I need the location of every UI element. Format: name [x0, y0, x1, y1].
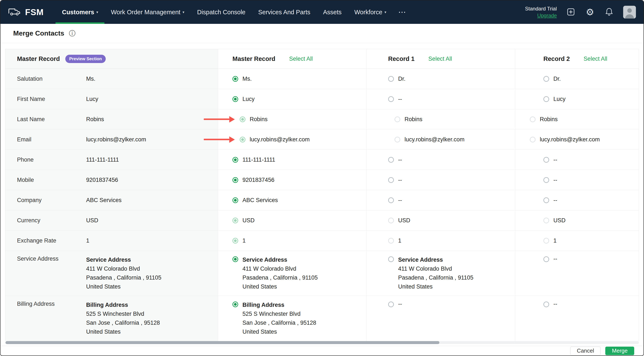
quick-create-icon: [566, 8, 575, 17]
record2-value: --: [554, 197, 557, 204]
preview-value: Service Address 411 W Colorado Blvd Pasa…: [86, 256, 162, 291]
record1-value: 1: [398, 237, 401, 244]
select-all-master[interactable]: Select All: [289, 56, 313, 62]
notifications-button[interactable]: [604, 7, 614, 17]
radio-record2-currency[interactable]: [544, 218, 549, 223]
settings-button[interactable]: ⚙: [585, 7, 595, 17]
master-value: 9201837456: [242, 177, 274, 183]
radio-master-first-name[interactable]: [232, 96, 238, 102]
info-icon[interactable]: ⓘ: [69, 30, 76, 37]
radio-master-currency[interactable]: [232, 218, 238, 223]
highlight-arrow: [204, 139, 229, 140]
preview-cell: Billing Address Billing Address 525 S Wi…: [5, 296, 218, 341]
field-label: Currency: [17, 217, 86, 224]
preview-value: 111-111-1111: [86, 156, 119, 163]
address-line: United States: [86, 327, 160, 336]
cancel-button[interactable]: Cancel: [570, 347, 600, 355]
record1-cell: lucy.robins@zylker.com: [366, 129, 515, 149]
app-brand[interactable]: FSM: [8, 7, 44, 17]
radio-master-phone[interactable]: [232, 157, 238, 163]
record2-value: lucy.robins@zylker.com: [540, 136, 600, 143]
record2-cell: --: [515, 150, 639, 170]
record2-cell: --: [515, 251, 639, 296]
nav-item-work-order-management[interactable]: Work Order Management ▾: [104, 1, 190, 24]
footer-bar: Cancel Merge: [0, 346, 644, 355]
radio-record1-billing-address[interactable]: [388, 301, 394, 307]
nav-item-customers[interactable]: Customers ▾: [56, 1, 104, 24]
radio-record2-email[interactable]: [530, 137, 536, 142]
radio-record1-service-address[interactable]: [388, 256, 394, 262]
merge-button[interactable]: Merge: [605, 347, 634, 355]
radio-master-email[interactable]: [240, 137, 246, 142]
master-value: Billing Address 525 S Winchester Blvd Sa…: [242, 301, 316, 336]
radio-record2-phone[interactable]: [544, 157, 549, 163]
record2-cell: --: [515, 190, 639, 210]
select-all-record1[interactable]: Select All: [428, 56, 452, 62]
radio-record1-first-name[interactable]: [388, 96, 394, 102]
radio-record2-mobile[interactable]: [544, 177, 549, 183]
user-avatar[interactable]: [623, 6, 636, 19]
nav-item-label: Customers: [62, 9, 94, 16]
record2-value: USD: [554, 217, 566, 224]
nav-item-workforce[interactable]: Workforce ▾: [348, 1, 392, 24]
master-cell: Billing Address 525 S Winchester Blvd Sa…: [218, 296, 366, 341]
radio-master-salutation[interactable]: [232, 76, 238, 82]
record2-cell: --: [515, 170, 639, 190]
record1-cell: --: [366, 89, 515, 109]
radio-record1-currency[interactable]: [388, 218, 394, 223]
radio-record1-mobile[interactable]: [388, 177, 394, 183]
merge-table: Master Record Preview Section Master Rec…: [5, 49, 639, 341]
master-value: 111-111-1111: [242, 156, 275, 163]
preview-cell: Service Address Service Address 411 W Co…: [5, 251, 218, 296]
nav-item-label: Services And Parts: [258, 9, 310, 16]
address-line: United States: [242, 327, 316, 336]
record1-value: --: [398, 96, 402, 102]
record1-value: --: [398, 177, 402, 183]
radio-record2-company[interactable]: [544, 197, 549, 203]
radio-master-company[interactable]: [232, 197, 238, 203]
radio-record2-first-name[interactable]: [544, 96, 549, 102]
nav-item-services-and-parts[interactable]: Services And Parts: [252, 1, 317, 24]
nav-item-dispatch-console[interactable]: Dispatch Console: [191, 1, 252, 24]
field-label: Last Name: [17, 116, 86, 123]
nav-item-label: Assets: [323, 9, 342, 16]
radio-master-service-address[interactable]: [232, 256, 238, 262]
master-cell: Lucy: [218, 89, 366, 109]
radio-master-exchange-rate[interactable]: [232, 238, 238, 244]
trial-info: Standard Trial Upgrade: [525, 5, 557, 19]
select-all-record2[interactable]: Select All: [584, 56, 607, 62]
radio-record2-last-name[interactable]: [530, 116, 536, 122]
master-value: 1: [242, 237, 246, 244]
nav-item-assets[interactable]: Assets: [317, 1, 348, 24]
radio-record1-salutation[interactable]: [388, 76, 394, 82]
record1-cell: Dr.: [366, 69, 515, 89]
quick-create-button[interactable]: [566, 7, 576, 17]
radio-record2-service-address[interactable]: [544, 256, 549, 262]
radio-record1-last-name[interactable]: [394, 116, 400, 122]
record2-value: --: [554, 301, 557, 307]
nav-more-button[interactable]: ⋯: [392, 1, 412, 24]
address-line: 411 W Colorado Blvd: [242, 264, 318, 273]
field-label: Billing Address: [17, 301, 86, 307]
radio-record2-exchange-rate[interactable]: [544, 238, 549, 244]
master-value: Ms.: [242, 76, 252, 82]
upgrade-link[interactable]: Upgrade: [537, 12, 557, 19]
radio-master-billing-address[interactable]: [232, 301, 238, 307]
page-title: Merge Contacts: [13, 29, 64, 37]
record2-value: --: [554, 256, 557, 262]
radio-record2-salutation[interactable]: [544, 76, 549, 82]
address-title: Billing Address: [86, 301, 160, 310]
radio-record1-exchange-rate[interactable]: [388, 238, 394, 244]
horizontal-scrollbar-thumb[interactable]: [6, 341, 440, 344]
horizontal-scrollbar-track[interactable]: [5, 341, 639, 344]
master-value: Robins: [250, 116, 268, 123]
radio-record1-phone[interactable]: [388, 157, 394, 163]
radio-master-mobile[interactable]: [232, 177, 238, 183]
table-row: Last Name Robins Robins Robins Robins: [5, 109, 639, 129]
radio-record1-company[interactable]: [388, 197, 394, 203]
radio-record2-billing-address[interactable]: [544, 301, 549, 307]
radio-record1-email[interactable]: [394, 137, 400, 142]
preview-cell: Mobile 9201837456: [5, 170, 218, 190]
record2-cell: lucy.robins@zylker.com: [515, 129, 639, 149]
radio-master-last-name[interactable]: [240, 116, 246, 122]
